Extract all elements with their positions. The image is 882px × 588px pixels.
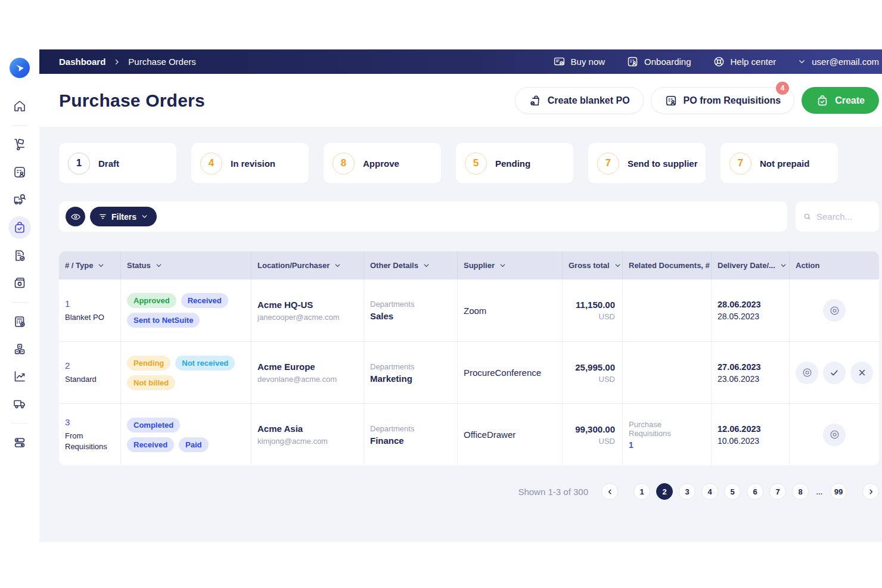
page-button-7[interactable]: 7 — [769, 483, 786, 500]
sidebar-divider — [12, 423, 27, 424]
next-page-button[interactable] — [862, 483, 879, 500]
chevron-down-icon — [797, 57, 806, 66]
page-button-8[interactable]: 8 — [792, 483, 809, 500]
sidebar-item-purchase-orders-active[interactable] — [8, 216, 31, 239]
column-visibility-button[interactable] — [66, 207, 85, 226]
cell-actions — [790, 279, 879, 341]
view-button[interactable] — [823, 299, 846, 322]
column-header-related-documents: Related Documents, # — [623, 251, 712, 279]
sidebar-item-home[interactable] — [13, 99, 27, 113]
filter-funnel-icon — [98, 212, 107, 221]
page-button-99[interactable]: 99 — [830, 483, 847, 500]
column-header-location[interactable]: Location/Purchaser — [251, 251, 364, 279]
eye-icon — [70, 211, 81, 222]
status-card-not-prepaid[interactable]: 7 Not prepaid — [720, 143, 838, 183]
create-blanket-po-button[interactable]: Create blanket PO — [515, 87, 644, 114]
status-badge: Received — [127, 437, 174, 452]
column-header-delivery-date[interactable]: Delivery Date/... — [712, 251, 790, 279]
sidebar-item-reports[interactable] — [13, 369, 27, 384]
status-card-approve[interactable]: 8 Approve — [324, 143, 441, 183]
view-icon — [829, 429, 840, 440]
header-actions: Create blanket PO PO from Requisitions 4… — [515, 87, 879, 114]
po-number-link[interactable]: 3 — [65, 417, 114, 427]
page-button-1[interactable]: 1 — [633, 483, 650, 500]
reject-button[interactable] — [850, 362, 873, 384]
not-prepaid-label: Not prepaid — [760, 158, 809, 169]
view-button[interactable] — [823, 424, 846, 446]
close-icon — [857, 368, 867, 378]
sidebar — [0, 0, 39, 588]
sidebar-item-warehouse-requests[interactable] — [13, 138, 27, 152]
onboarding-button[interactable]: Onboarding — [626, 55, 691, 68]
sidebar-item-requisitions[interactable] — [13, 165, 27, 179]
cell-actions — [790, 342, 879, 403]
page-button-6[interactable]: 6 — [747, 483, 763, 500]
breadcrumb-dashboard[interactable]: Dashboard — [59, 57, 105, 67]
currency-code: USD — [599, 375, 615, 384]
navbar-right: Buy now Onboarding Help center user@emai… — [553, 55, 879, 68]
cell-supplier: Zoom — [458, 279, 563, 341]
main-area: Dashboard Purchase Orders Buy now Onboar… — [39, 0, 882, 588]
user-email: user@email.com — [812, 57, 879, 67]
in-revision-count: 4 — [200, 153, 222, 175]
departments-label: Departments — [370, 362, 451, 371]
po-number-link[interactable]: 2 — [65, 360, 114, 371]
status-badge: Received — [181, 293, 228, 308]
status-card-draft[interactable]: 1 Draft — [59, 143, 176, 183]
sidebar-item-inventory[interactable] — [13, 342, 27, 356]
po-number-link[interactable]: 1 — [65, 298, 114, 309]
cell-gross-total: 11,150.00 USD — [563, 279, 623, 341]
column-header-action: Action — [790, 251, 879, 279]
approve-button[interactable] — [823, 362, 846, 384]
status-card-send-to-supplier[interactable]: 7 Send to supplier — [588, 143, 706, 183]
column-header-type[interactable]: # / Type — [59, 251, 121, 279]
previous-page-button[interactable] — [601, 483, 618, 500]
search-input[interactable] — [816, 211, 871, 222]
analytics-chart-icon — [13, 369, 27, 384]
page-button-2-active[interactable]: 2 — [656, 483, 673, 500]
related-documents-label: Purchase Requisitions — [629, 420, 705, 438]
filters-button[interactable]: Filters — [90, 207, 157, 226]
status-card-in-revision[interactable]: 4 In revision — [191, 143, 309, 183]
receipt-folder-icon — [13, 276, 27, 290]
column-header-gross-total[interactable]: Gross total — [563, 251, 623, 279]
view-button[interactable] — [796, 362, 818, 384]
status-card-pending[interactable]: 5 Pending — [456, 143, 573, 183]
draft-label: Draft — [98, 158, 119, 169]
related-document-link[interactable]: 1 — [629, 440, 705, 450]
document-check-icon — [13, 248, 27, 263]
filters-label: Filters — [111, 212, 136, 222]
page-button-4[interactable]: 4 — [701, 483, 718, 500]
buy-now-button[interactable]: Buy now — [553, 55, 605, 68]
sidebar-item-budgets[interactable] — [13, 315, 27, 329]
delivery-date-secondary: 28.05.2023 — [718, 312, 783, 321]
view-icon — [829, 305, 840, 316]
sidebar-item-receipts[interactable] — [13, 248, 27, 263]
help-center-button[interactable]: Help center — [713, 55, 777, 68]
user-menu[interactable]: user@email.com — [797, 57, 879, 67]
status-cards: 1 Draft 4 In revision 8 Approve 5 Pendin… — [59, 143, 879, 183]
app-logo-icon[interactable] — [10, 58, 30, 78]
create-button[interactable]: Create — [802, 87, 879, 114]
page-button-5[interactable]: 5 — [724, 483, 741, 500]
column-header-other-details[interactable]: Other Details — [364, 251, 458, 279]
sidebar-item-rfq[interactable] — [13, 192, 27, 207]
cell-gross-total: 99,300.00 USD — [563, 404, 623, 465]
po-from-requisitions-button[interactable]: PO from Requisitions 4 — [651, 87, 795, 114]
cell-other-details: Departments Sales — [364, 279, 458, 341]
purchase-orders-app: Dashboard Purchase Orders Buy now Onboar… — [0, 0, 882, 588]
sidebar-item-invoices[interactable] — [13, 276, 27, 290]
column-header-supplier[interactable]: Supplier — [458, 251, 563, 279]
onboarding-label: Onboarding — [644, 57, 691, 67]
sidebar-item-suppliers[interactable] — [13, 397, 27, 411]
sidebar-divider — [12, 302, 27, 303]
sidebar-item-configuration[interactable] — [13, 435, 27, 450]
cell-related-documents — [623, 279, 712, 341]
create-bag-icon — [816, 94, 829, 107]
supplier-name: Zoom — [464, 306, 556, 316]
lifebuoy-icon — [713, 55, 725, 68]
page-button-3[interactable]: 3 — [679, 483, 695, 500]
column-header-status[interactable]: Status — [121, 251, 251, 279]
table-header: # / Type Status Location/Purchaser Other… — [59, 251, 879, 279]
inventory-blocks-icon — [13, 342, 27, 356]
